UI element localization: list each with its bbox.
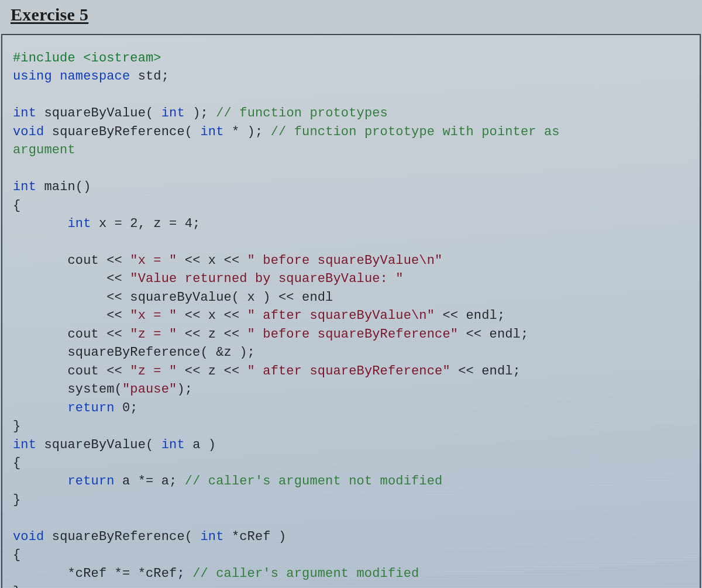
comment: // function prototypes xyxy=(216,106,388,121)
param: *cRef ) xyxy=(232,529,286,544)
comment: // caller's argument not modified xyxy=(185,474,443,489)
string-literal: " after squareByReference" xyxy=(247,364,450,379)
code-panel: #include <iostream> using namespace std;… xyxy=(1,34,701,588)
punct: ); xyxy=(192,106,208,121)
expr: << z << xyxy=(185,327,239,342)
string-literal: " before squareByValue\n" xyxy=(247,253,443,268)
expr: << xyxy=(106,271,122,286)
brace-close: } xyxy=(13,493,20,507)
comment: // caller's argument modified xyxy=(192,566,419,581)
brace-open: { xyxy=(13,198,20,213)
expr: << endl; xyxy=(458,364,521,379)
brace-close: } xyxy=(13,419,20,434)
brace-open: { xyxy=(13,548,20,562)
expr: cout << xyxy=(67,253,122,268)
string-literal: "Value returned by squareByValue: " xyxy=(130,271,403,286)
punct: ); xyxy=(177,382,192,397)
type-int: int xyxy=(161,438,185,452)
expr: << endl; xyxy=(466,327,528,342)
param: a ) xyxy=(192,438,216,452)
keyword-return: return xyxy=(67,474,114,489)
type-void: void xyxy=(13,529,44,544)
expr: << endl; xyxy=(442,308,505,323)
func-name: squareByReference( xyxy=(52,125,192,139)
type-int: int xyxy=(200,529,223,544)
call: system( xyxy=(67,382,122,397)
brace-open: { xyxy=(13,456,20,470)
brace-close: } xyxy=(13,584,20,588)
string-literal: "pause" xyxy=(122,382,177,397)
expr: << xyxy=(106,308,122,323)
preprocessor: #include xyxy=(13,51,75,66)
type-void: void xyxy=(13,125,44,139)
stmt: squareByReference( &z ); xyxy=(67,345,254,360)
comment: // function prototype with pointer as xyxy=(271,125,560,139)
string-literal: "z = " xyxy=(130,327,177,342)
type-int: int xyxy=(161,106,185,121)
expr: cout << xyxy=(67,364,122,379)
string-literal: " before squareByReference" xyxy=(247,327,459,342)
include-target: <iostream> xyxy=(83,51,161,66)
func-name: squareByReference( xyxy=(52,529,192,544)
func-name: squareByValue( xyxy=(44,438,153,452)
page-title: Exercise 5 xyxy=(0,0,702,33)
func-main: main() xyxy=(44,180,91,194)
punct: * ); xyxy=(232,125,263,139)
expr: << z << xyxy=(185,364,239,379)
expr: << x << xyxy=(185,253,239,268)
string-literal: " after squareByValue\n" xyxy=(247,308,435,323)
identifier: std; xyxy=(138,69,169,84)
expr: << squareByValue( x ) << endl xyxy=(106,290,333,305)
string-literal: "x = " xyxy=(130,308,177,323)
source-code: #include <iostream> using namespace std;… xyxy=(13,49,689,588)
func-name: squareByValue( xyxy=(44,106,153,121)
num: 0; xyxy=(122,401,138,415)
keyword-namespace: namespace xyxy=(60,69,130,84)
expr: a *= a; xyxy=(122,474,177,489)
string-literal: "z = " xyxy=(130,364,177,379)
decl: x = 2, z = 4; xyxy=(99,216,201,231)
comment-cont: argument xyxy=(13,143,75,157)
expr: *cRef *= *cRef; xyxy=(67,566,184,581)
expr: << x << xyxy=(185,308,239,323)
type-int: int xyxy=(13,438,36,452)
type-int: int xyxy=(200,125,223,139)
type-int: int xyxy=(13,180,36,194)
keyword-return: return xyxy=(67,401,114,415)
string-literal: "x = " xyxy=(130,253,177,268)
keyword-using: using xyxy=(13,69,52,84)
type-int: int xyxy=(13,106,36,121)
expr: cout << xyxy=(67,327,122,342)
type-int: int xyxy=(67,216,91,231)
